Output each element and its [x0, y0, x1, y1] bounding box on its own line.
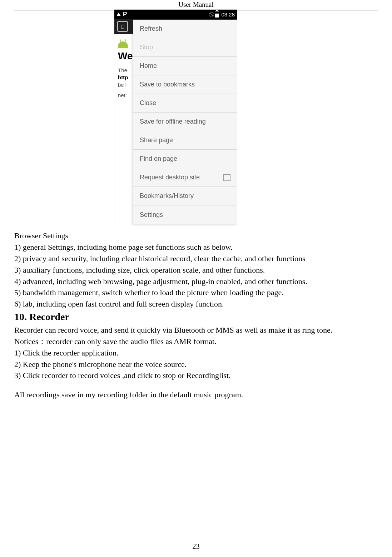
settings-line-4: 4) advanced, including web browsing, pag… — [14, 276, 378, 287]
recorder-l1: 1) Click the recorder application. — [14, 347, 378, 359]
settings-line-1: 1) general Settings, including home page… — [14, 242, 378, 253]
browser-overflow-menu: Refresh Stop Home Save to bookmarks Clos… — [133, 20, 237, 224]
recorder-l3: 3) Click recorder to record voices ,and … — [14, 370, 378, 381]
menu-label: Stop — [140, 44, 153, 51]
menu-label: Bookmarks/History — [140, 192, 194, 200]
p-icon: P — [123, 11, 127, 18]
android-screenshot: P ⃠ 03:28 ⎕ We The http ot be l net: Ref… — [114, 9, 237, 228]
settings-line-3: 3) auxiliary functions, including size, … — [14, 264, 378, 276]
err-http: http — [118, 74, 128, 80]
menu-item-settings[interactable]: Settings — [133, 205, 237, 224]
header-title: User Manual — [178, 1, 214, 8]
menu-label: Close — [140, 99, 156, 107]
menu-label: Save to bookmarks — [140, 81, 195, 88]
tabs-button[interactable]: ⎕ — [117, 21, 128, 32]
menu-label: Find on page — [140, 155, 177, 163]
menu-item-refresh[interactable]: Refresh — [133, 20, 237, 38]
battery-icon — [215, 11, 219, 18]
menu-label: Settings — [140, 211, 163, 219]
section-recorder-heading: 10. Recorder — [14, 310, 378, 324]
android-statusbar: P ⃠ 03:28 — [114, 10, 237, 19]
menu-label: Share page — [140, 136, 173, 144]
notification-icon — [116, 13, 121, 16]
menu-item-find-on-page[interactable]: Find on page — [133, 150, 237, 168]
menu-label: Refresh — [140, 25, 162, 33]
menu-label: Request desktop site — [140, 174, 200, 181]
recorder-p2: Notices：recorder can only save the audio… — [14, 336, 378, 347]
menu-label: Home — [140, 62, 157, 70]
page-header: User Manual — [0, 0, 392, 9]
spacer — [14, 381, 378, 389]
settings-line-2: 2) privacy and security, including clear… — [14, 253, 378, 264]
menu-item-close[interactable]: Close — [133, 94, 237, 113]
android-icon — [118, 41, 128, 48]
err-the: The — [118, 67, 127, 73]
menu-item-save-offline[interactable]: Save for offline reading — [133, 113, 237, 131]
menu-item-share-page[interactable]: Share page — [133, 131, 237, 150]
menu-item-request-desktop[interactable]: Request desktop site — [133, 168, 237, 187]
browser-settings-title: Browser Settings — [14, 230, 378, 242]
page-number: 23 — [0, 542, 392, 551]
menu-item-save-bookmarks[interactable]: Save to bookmarks — [133, 75, 237, 94]
menu-item-bookmarks-history[interactable]: Bookmarks/History — [133, 187, 237, 205]
checkbox-icon[interactable] — [223, 174, 230, 181]
menu-item-stop: Stop — [133, 38, 237, 57]
document-body: Browser Settings 1) general Settings, in… — [14, 230, 378, 401]
status-left: P — [116, 11, 127, 18]
settings-line-6: 6) lab, including open fast control and … — [14, 298, 378, 310]
recorder-p3: All recordings save in my recording fold… — [14, 389, 378, 401]
clock: 03:28 — [221, 11, 235, 18]
recorder-l2: 2) Keep the phone's microphone near the … — [14, 359, 378, 370]
menu-item-home[interactable]: Home — [133, 57, 237, 75]
recorder-p1: Recorder can record voice, and send it q… — [14, 324, 378, 336]
menu-label: Save for offline reading — [140, 118, 206, 125]
err-bel: be l — [118, 82, 126, 88]
status-right: ⃠ 03:28 — [213, 11, 235, 18]
settings-line-5: 5) bandwidth management, switch whether … — [14, 287, 378, 298]
